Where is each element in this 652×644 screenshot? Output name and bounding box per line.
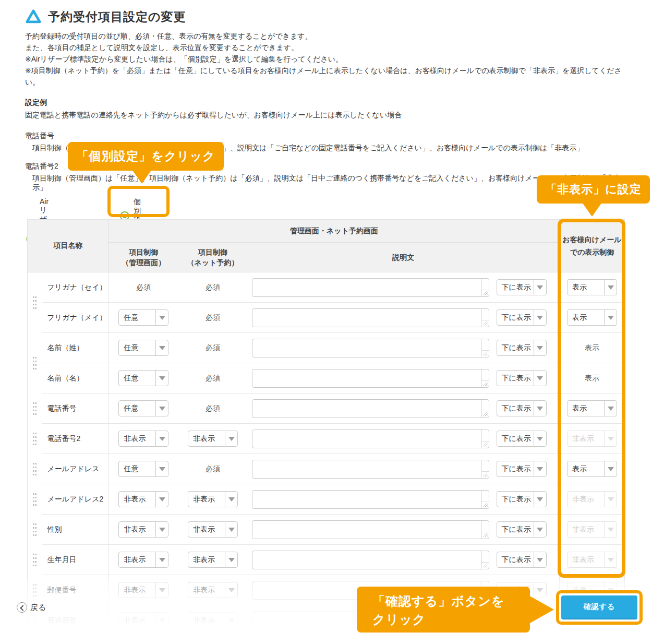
drag-handle[interactable]: [28, 515, 42, 545]
chevron-down-icon: [155, 522, 168, 537]
chevron-down-icon: [534, 522, 546, 537]
item-name: 名前（名）: [47, 374, 84, 382]
admin-control-cell: 任意: [109, 363, 178, 393]
chevron-down-icon: [534, 552, 546, 567]
position-select[interactable]: 下に表示: [497, 491, 547, 507]
description-textarea[interactable]: [252, 430, 489, 448]
admin-control-select[interactable]: 任意: [118, 370, 168, 386]
position-select[interactable]: 下に表示: [497, 370, 547, 386]
drag-handle[interactable]: [28, 484, 42, 515]
admin-control-select[interactable]: 非表示: [118, 431, 168, 447]
table-row: 電話番号2 非表示 非表示 下に表示 非表示: [28, 424, 625, 454]
admin-control-select[interactable]: 非表示: [118, 491, 168, 507]
chevron-down-icon: [534, 280, 546, 295]
admin-control-cell: 任意: [109, 333, 178, 363]
drag-handle[interactable]: [28, 272, 42, 333]
textarea-scrollbar: [481, 551, 482, 569]
chevron-down-icon: [155, 401, 168, 416]
textarea-scrollbar: [481, 309, 482, 327]
drag-dots-icon: [32, 432, 37, 446]
header-description: 説明文: [248, 243, 560, 272]
drag-handle[interactable]: [28, 424, 42, 454]
drag-handle[interactable]: [28, 454, 42, 484]
drag-handle[interactable]: [28, 333, 42, 393]
drag-handle[interactable]: [28, 393, 42, 424]
position-select[interactable]: 下に表示: [497, 309, 547, 326]
item-name: メールアドレス: [47, 464, 100, 473]
net-control-cell: 必須: [178, 393, 248, 424]
admin-control-cell: 非表示: [109, 515, 178, 545]
chevron-down-icon: [534, 310, 546, 325]
admin-control-select[interactable]: 任意: [118, 340, 168, 356]
description-textarea[interactable]: [252, 460, 489, 479]
description-textarea[interactable]: [252, 490, 489, 509]
textarea-scrollbar: [481, 460, 482, 478]
position-select[interactable]: 下に表示: [497, 521, 547, 538]
resize-grip-icon: [483, 412, 488, 416]
net-control-cell: 必須: [178, 333, 248, 363]
position-select[interactable]: 下に表示: [497, 340, 547, 356]
table-row: メールアドレス2 非表示 非表示 下に表示 非表示: [28, 484, 625, 515]
drag-handle[interactable]: [28, 545, 42, 575]
description-textarea[interactable]: [252, 551, 489, 569]
table-row: メールアドレス 任意 必須 下に表示 表示: [28, 454, 625, 484]
callout-tail-right: [529, 595, 554, 624]
net-control-select[interactable]: 非表示: [188, 552, 238, 568]
header-control-net: 項目制御 （ネット予約）: [178, 243, 248, 272]
drag-dots-icon: [32, 522, 37, 536]
resize-grip-icon: [483, 381, 488, 386]
individual-setting-highlight-frame: [107, 186, 170, 217]
confirm-highlight-frame: 確認する: [556, 590, 643, 625]
admin-control-select[interactable]: 非表示: [118, 552, 168, 568]
item-name: 電話番号: [47, 404, 77, 412]
admin-control-select[interactable]: 任意: [118, 309, 168, 326]
description-textarea[interactable]: [252, 278, 489, 297]
example-item-label: 電話番号: [25, 132, 54, 141]
chevron-down-icon: [534, 461, 546, 476]
admin-control-cell: 非表示: [109, 424, 178, 454]
chevron-down-icon: [155, 340, 168, 355]
resize-grip-icon: [483, 321, 488, 326]
item-name: 生年月日: [47, 555, 77, 564]
admin-control-select[interactable]: 任意: [118, 461, 168, 477]
description-textarea[interactable]: [252, 399, 489, 418]
admin-control-select[interactable]: 任意: [118, 400, 168, 416]
textarea-scrollbar: [481, 339, 482, 357]
position-select[interactable]: 下に表示: [497, 431, 547, 447]
chevron-down-icon: [534, 401, 546, 416]
description-textarea[interactable]: [252, 369, 489, 388]
net-control-value: 必須: [206, 313, 220, 321]
confirm-button[interactable]: 確認する: [561, 595, 637, 619]
net-control-select[interactable]: 非表示: [188, 521, 238, 538]
admin-control-select[interactable]: 非表示: [118, 521, 168, 538]
description-textarea[interactable]: [252, 339, 489, 357]
position-select[interactable]: 下に表示: [497, 279, 547, 295]
page-title: 予約受付項目設定の変更: [48, 9, 186, 25]
net-control-select[interactable]: 非表示: [188, 491, 238, 507]
item-name: フリガナ（メイ）: [47, 313, 107, 321]
position-select[interactable]: 下に表示: [497, 461, 547, 477]
textarea-scrollbar: [481, 521, 482, 539]
callout-set-hidden: 「非表示」に設定: [537, 175, 650, 204]
item-name: 名前（姓）: [47, 343, 84, 352]
table-row: フリガナ（セイ） 必須 必須 下に表示 表示: [28, 272, 625, 303]
position-select[interactable]: 下に表示: [497, 400, 547, 416]
drag-dots-icon: [32, 553, 37, 567]
description-textarea[interactable]: [252, 520, 489, 539]
back-button[interactable]: 戻る: [17, 602, 46, 613]
chevron-down-icon: [155, 461, 168, 476]
net-control-value: 必須: [206, 374, 220, 382]
resize-grip-icon: [483, 533, 488, 538]
example-description: 固定電話と携帯電話の連絡先をネット予約からは必ず取得したいが、お客様向けメール上…: [25, 111, 402, 120]
chevron-down-icon: [155, 431, 168, 446]
position-select[interactable]: 下に表示: [497, 552, 547, 568]
footer-bar: [0, 580, 652, 644]
intro-line: 予約登録時の受付項目の並び順、必須・任意、表示の有無を変更することができます。: [25, 30, 629, 42]
description-textarea[interactable]: [252, 308, 489, 327]
net-control-select[interactable]: 非表示: [188, 431, 238, 447]
example-heading: 設定例: [25, 98, 47, 108]
net-control-cell: 必須: [178, 363, 248, 393]
chevron-down-icon: [225, 492, 237, 507]
table-row: 生年月日 非表示 非表示 下に表示 非表示: [28, 545, 625, 575]
textarea-scrollbar: [481, 430, 482, 448]
